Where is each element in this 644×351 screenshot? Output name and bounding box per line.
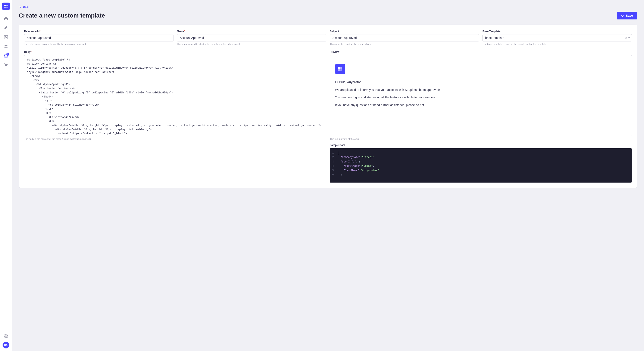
json-line-3: 3 "userInfo": { [332, 160, 629, 164]
svg-rect-1 [6, 5, 8, 6]
user-avatar[interactable]: DA [2, 341, 10, 348]
preview-panel: Hi Dulaj Ariyaratne, We are pleased to i… [330, 55, 632, 136]
save-label: Save [626, 14, 633, 17]
preview-hint: This is a preview of the email [330, 138, 632, 140]
sample-data-section: Sample Data 1 { 2 "companyName": "Strapi… [330, 144, 632, 183]
app-logo [2, 3, 10, 10]
email-nav-icon[interactable]: 1 [2, 52, 10, 60]
reference-id-label: Reference Id* [24, 30, 174, 33]
svg-rect-0 [4, 5, 6, 6]
main-content: Back Create a new custom template Save R… [12, 0, 644, 351]
svg-rect-11 [338, 69, 340, 71]
json-line-1: 1 { [332, 151, 629, 155]
name-input[interactable] [177, 34, 326, 42]
base-template-field: Base Template base-template ✕ ▾ The base… [482, 30, 632, 45]
base-template-select-wrapper: base-template ✕ ▾ [482, 34, 632, 42]
svg-point-8 [7, 67, 7, 67]
back-link[interactable]: Back [19, 5, 637, 8]
base-template-select[interactable]: base-template [482, 34, 632, 42]
subject-field: Subject The subject is used as the email… [330, 30, 479, 45]
svg-point-7 [5, 67, 6, 67]
layers-nav-icon[interactable] [2, 43, 10, 51]
expand-preview-button[interactable] [625, 57, 630, 63]
reference-id-field: Reference Id* The reference id is used t… [24, 30, 174, 45]
body-required-star: * [30, 51, 32, 54]
page-header: Create a new custom template Save [19, 12, 637, 20]
preview-greeting: Hi Dulaj Ariyaratne, [335, 79, 626, 85]
preview-para3: If you have any questions or need furthe… [335, 103, 626, 108]
preview-section-label: Preview [330, 51, 632, 54]
sidebar: 1 DA [0, 0, 12, 351]
svg-rect-4 [4, 36, 8, 39]
notification-badge: 1 [6, 53, 10, 56]
name-hint: The name is used to identify the templat… [177, 43, 326, 45]
base-template-hint: The base template is used as the base la… [482, 43, 632, 45]
page-title: Create a new custom template [19, 12, 105, 19]
back-label: Back [23, 5, 29, 8]
required-star-name: * [184, 30, 185, 33]
form-card: Reference Id* The reference id is used t… [19, 25, 637, 188]
subject-label: Subject [330, 30, 479, 33]
preview-section: Preview [330, 51, 632, 183]
base-template-label: Base Template [482, 30, 632, 33]
json-line-2: 2 "companyName": "Strapi", [332, 155, 629, 159]
body-hint: The body is the content of the email (Li… [24, 138, 326, 140]
name-label: Name* [177, 30, 326, 33]
pencil-nav-icon[interactable] [2, 24, 10, 32]
preview-para1: We are pleased to inform you that your a… [335, 87, 626, 93]
name-field: Name* The name is used to identify the t… [177, 30, 326, 45]
svg-point-5 [5, 36, 6, 37]
preview-toolbar [625, 57, 630, 63]
body-code-editor[interactable]: {% layout "base-template" %} {% block co… [24, 55, 326, 136]
required-star: * [40, 30, 40, 33]
sample-data-label: Sample Data [330, 144, 632, 147]
cart-nav-icon[interactable] [2, 62, 10, 69]
preview-logo [335, 64, 345, 74]
save-button[interactable]: Save [617, 12, 637, 20]
preview-content: Hi Dulaj Ariyaratne, We are pleased to i… [330, 55, 632, 115]
settings-nav-icon[interactable] [2, 332, 10, 340]
body-section: Body* {% layout "base-template" %} {% bl… [24, 51, 326, 183]
preview-para2: You can now log in and start using all t… [335, 95, 626, 100]
json-line-5: 5 "lastName": "Ariyaratne" [332, 168, 629, 173]
subject-hint: The subject is used as the email subject [330, 43, 479, 45]
reference-id-input[interactable] [24, 34, 174, 42]
body-preview-row: Body* {% layout "base-template" %} {% bl… [24, 51, 632, 183]
svg-rect-9 [338, 67, 340, 69]
home-nav-icon[interactable] [2, 15, 10, 22]
svg-rect-10 [340, 67, 342, 69]
json-line-4: 4 "firstName": "Dulaj", [332, 164, 629, 168]
reference-id-hint: The reference id is used to identify the… [24, 43, 174, 45]
gallery-nav-icon[interactable] [2, 33, 10, 41]
body-section-label: Body* [24, 51, 326, 54]
sample-data-editor[interactable]: 1 { 2 "companyName": "Strapi", 3 "userIn… [330, 148, 632, 183]
svg-rect-12 [340, 69, 342, 71]
fields-row: Reference Id* The reference id is used t… [24, 30, 632, 45]
svg-rect-2 [4, 7, 6, 8]
subject-input[interactable] [330, 34, 479, 42]
svg-rect-3 [6, 7, 8, 8]
json-line-6: 6 } [332, 173, 629, 177]
